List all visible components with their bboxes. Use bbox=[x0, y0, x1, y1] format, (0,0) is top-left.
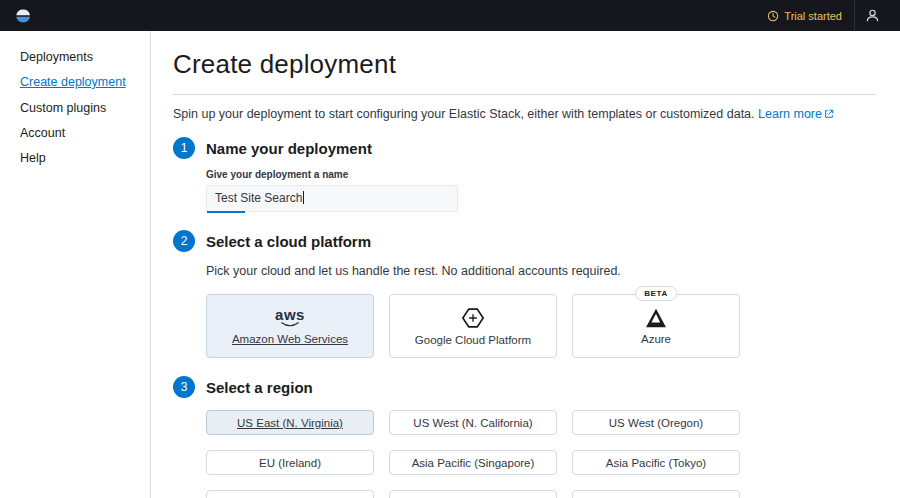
learn-more-label: Learn more bbox=[758, 107, 822, 121]
region-grid: US East (N. Virginia) US West (N. Califo… bbox=[206, 410, 876, 498]
region-button-partial-2[interactable] bbox=[389, 490, 557, 498]
topbar: Trial started bbox=[0, 0, 900, 31]
sidebar: Deployments Create deployment Custom plu… bbox=[0, 31, 151, 498]
title-divider bbox=[173, 94, 876, 95]
step-2-number: 2 bbox=[173, 230, 195, 252]
learn-more-link[interactable]: Learn more bbox=[758, 107, 834, 121]
aws-logo-text: aws bbox=[275, 307, 305, 322]
main-content: Create deployment Spin up your deploymen… bbox=[151, 31, 900, 498]
user-icon bbox=[865, 8, 880, 23]
trial-status-label: Trial started bbox=[784, 10, 842, 22]
deployment-name-label: Give your deployment a name bbox=[206, 169, 876, 180]
step-1-title: Name your deployment bbox=[206, 140, 372, 157]
step-2-cloud-platform: 2 Select a cloud platform Pick your clou… bbox=[173, 230, 876, 358]
region-button-asia-pacific-tokyo[interactable]: Asia Pacific (Tokyo) bbox=[572, 450, 740, 475]
platform-card-gcp-label: Google Cloud Platform bbox=[415, 334, 531, 346]
sidebar-item-account[interactable]: Account bbox=[20, 126, 150, 140]
account-menu-button[interactable] bbox=[855, 8, 890, 23]
aws-logo: aws bbox=[275, 307, 305, 328]
step-3-number: 3 bbox=[173, 376, 195, 398]
clock-icon bbox=[767, 10, 779, 22]
step-1-number: 1 bbox=[173, 137, 195, 159]
region-button-asia-pacific-singapore[interactable]: Asia Pacific (Singapore) bbox=[389, 450, 557, 475]
sidebar-item-custom-plugins[interactable]: Custom plugins bbox=[20, 101, 150, 115]
platform-card-aws-label: Amazon Web Services bbox=[232, 333, 348, 345]
deployment-name-input[interactable]: Test Site Search bbox=[206, 185, 458, 212]
sidebar-item-deployments[interactable]: Deployments bbox=[20, 50, 150, 64]
region-button-eu-ireland[interactable]: EU (Ireland) bbox=[206, 450, 374, 475]
sidebar-item-help[interactable]: Help bbox=[20, 151, 150, 165]
sidebar-item-create-deployment[interactable]: Create deployment bbox=[20, 75, 150, 89]
step-3-title: Select a region bbox=[206, 379, 313, 396]
intro-text-body: Spin up your deployment to start configu… bbox=[173, 107, 755, 121]
deployment-name-value: Test Site Search bbox=[215, 191, 302, 205]
platform-cards: aws Amazon Web Services Google Cloud Pla… bbox=[206, 294, 876, 358]
region-button-us-west-oregon[interactable]: US West (Oregon) bbox=[572, 410, 740, 435]
platform-card-azure[interactable]: BETA Azure bbox=[572, 294, 740, 358]
region-button-partial-3[interactable] bbox=[572, 490, 740, 498]
external-link-icon bbox=[824, 109, 834, 119]
intro-text: Spin up your deployment to start configu… bbox=[173, 107, 876, 121]
elastic-logo-icon bbox=[14, 7, 32, 25]
platform-card-aws[interactable]: aws Amazon Web Services bbox=[206, 294, 374, 358]
step-1-name-deployment: 1 Name your deployment Give your deploym… bbox=[173, 137, 876, 212]
text-caret bbox=[303, 191, 304, 204]
beta-badge: BETA bbox=[635, 286, 677, 301]
platform-description: Pick your cloud and let us handle the re… bbox=[206, 264, 876, 278]
region-button-partial-1[interactable] bbox=[206, 490, 374, 498]
region-button-us-east-n-virginia[interactable]: US East (N. Virginia) bbox=[206, 410, 374, 435]
elastic-logo[interactable] bbox=[10, 3, 36, 29]
platform-card-gcp[interactable]: Google Cloud Platform bbox=[389, 294, 557, 358]
page-title: Create deployment bbox=[173, 49, 876, 80]
gcp-logo bbox=[461, 307, 485, 329]
step-3-region: 3 Select a region US East (N. Virginia) … bbox=[173, 376, 876, 498]
step-2-title: Select a cloud platform bbox=[206, 233, 371, 250]
trial-status[interactable]: Trial started bbox=[755, 10, 854, 22]
azure-logo bbox=[644, 308, 668, 328]
region-button-us-west-n-california[interactable]: US West (N. California) bbox=[389, 410, 557, 435]
platform-card-azure-label: Azure bbox=[641, 333, 671, 345]
aws-logo-smile bbox=[278, 322, 302, 328]
